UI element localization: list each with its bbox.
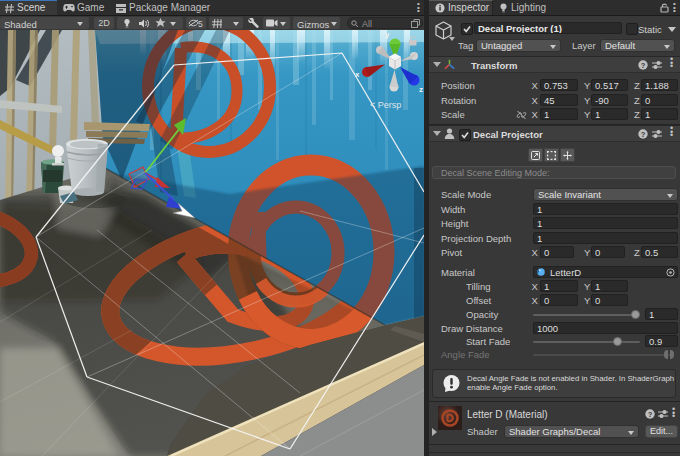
svg-text:?: ?: [641, 129, 646, 138]
svg-text:x: x: [355, 70, 360, 79]
svg-text:z: z: [419, 85, 423, 94]
svg-text:< Persp: < Persp: [370, 100, 401, 110]
svg-text:y: y: [385, 30, 390, 39]
svg-text:?: ?: [641, 60, 646, 69]
svg-text:?: ?: [648, 410, 653, 419]
